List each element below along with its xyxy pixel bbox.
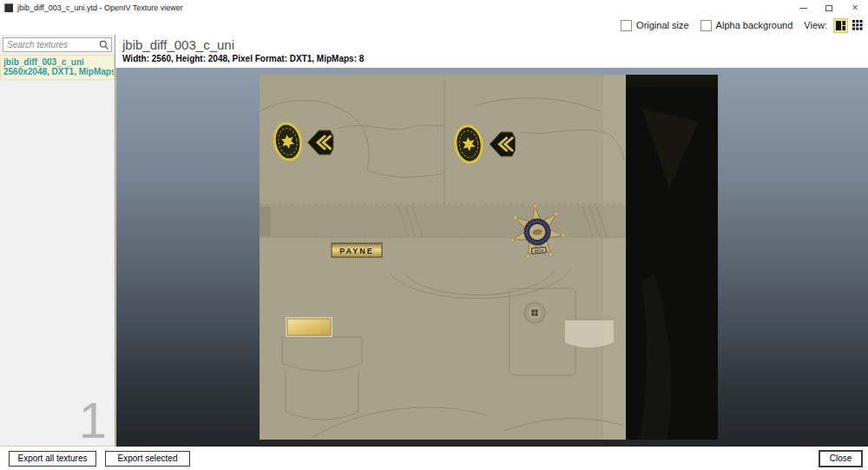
texture-sidebar: jbib_diff_003_c_uni 2560x2048, DXT1, Mip… — [0, 35, 115, 447]
maximize-button[interactable] — [816, 0, 842, 16]
texture-count-watermark: 1 — [79, 395, 107, 446]
window-controls: × — [790, 0, 868, 16]
view-label: View: — [804, 20, 827, 30]
minimize-icon — [799, 8, 807, 9]
close-button[interactable]: Close — [819, 451, 862, 467]
nameplate: PAYNE — [332, 243, 382, 257]
minimize-button[interactable] — [790, 0, 816, 16]
search-icon — [99, 40, 109, 50]
texture-preview: PAYNE — [260, 75, 718, 440]
export-selected-button[interactable]: Export selected — [105, 451, 190, 467]
maximize-icon — [825, 5, 832, 11]
search-box[interactable] — [3, 37, 112, 52]
original-size-checkbox[interactable] — [621, 20, 632, 31]
texture-list-item[interactable]: jbib_diff_003_c_uni 2560x2048, DXT1, Mip… — [0, 55, 115, 80]
pocket-flap-light — [565, 320, 614, 348]
close-icon: × — [852, 3, 858, 13]
alpha-background-label: Alpha background — [716, 20, 793, 30]
main-panel: jbib_diff_003_c_uni Width: 2560, Height:… — [115, 35, 868, 447]
dark-fabric-strip — [626, 75, 718, 440]
toolbar: Original size Alpha background View: — [0, 16, 868, 35]
app-icon — [4, 3, 13, 12]
alpha-background-checkbox[interactable] — [700, 20, 712, 31]
brass-bar — [286, 317, 332, 337]
texture-image: PAYNE — [260, 75, 718, 440]
titlebar: jbib_diff_003_c_uni.ytd - OpenIV Texture… — [0, 0, 868, 16]
export-all-textures-button[interactable]: Export all textures — [9, 451, 96, 467]
texture-list: jbib_diff_003_c_uni 2560x2048, DXT1, Mip… — [0, 55, 115, 446]
openiv-texture-viewer-window: jbib_diff_003_c_uni.ytd - OpenIV Texture… — [0, 0, 868, 470]
footer-bar: Export all textures Export selected Clos… — [0, 447, 868, 470]
grid-view-icon — [852, 20, 863, 30]
texture-meta: Width: 2560, Height: 2048, Pixel Format:… — [122, 53, 868, 64]
view-mode-grid-button[interactable] — [850, 18, 865, 33]
original-size-option[interactable]: Original size — [621, 20, 689, 31]
window-title: jbib_diff_003_c_uni.ytd - OpenIV Texture… — [17, 3, 183, 12]
texture-item-name: jbib_diff_003_c_uni — [3, 57, 111, 67]
badge-number-text: 8614 — [535, 248, 544, 254]
content-area: jbib_diff_003_c_uni 2560x2048, DXT1, Mip… — [0, 35, 868, 447]
view-mode-large-button[interactable] — [833, 18, 848, 33]
nameplate-text: PAYNE — [339, 247, 374, 255]
alpha-background-option[interactable]: Alpha background — [700, 20, 793, 31]
shirt-button — [524, 302, 545, 323]
search-input[interactable] — [7, 40, 99, 50]
texture-title: jbib_diff_003_c_uni — [122, 36, 868, 53]
close-window-button[interactable]: × — [842, 0, 868, 16]
texture-header: jbib_diff_003_c_uni Width: 2560, Height:… — [115, 35, 868, 68]
large-preview-icon — [836, 21, 845, 30]
texture-viewer[interactable]: PAYNE — [115, 68, 868, 447]
original-size-label: Original size — [636, 20, 689, 30]
texture-item-details: 2560x2048, DXT1, MipMaps: 8 — [3, 67, 111, 76]
